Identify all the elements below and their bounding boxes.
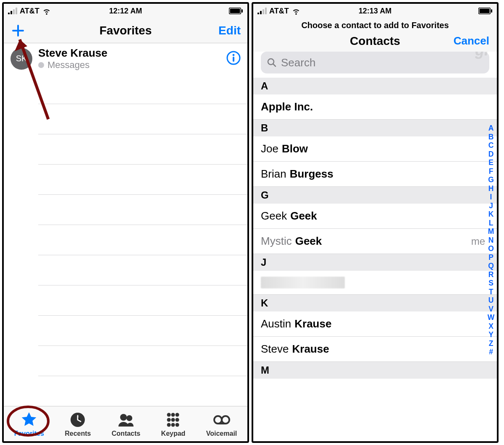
contact-row-redacted[interactable]: [253, 271, 497, 295]
cancel-button[interactable]: Cancel: [454, 34, 489, 47]
favorites-list: SK Steve Krause Messages: [4, 43, 247, 406]
contact-row[interactable]: MysticGeekme: [253, 229, 497, 254]
battery-icon: [229, 8, 243, 14]
tab-bar: Favorites Recents Contacts: [4, 406, 247, 441]
info-button[interactable]: [226, 51, 241, 67]
keypad-icon: [164, 411, 182, 429]
svg-point-4: [233, 54, 235, 56]
index-letter[interactable]: H: [488, 184, 494, 193]
contacts-icon: [117, 411, 135, 429]
me-label: me: [471, 236, 485, 247]
svg-point-9: [167, 413, 171, 416]
favorite-row[interactable]: SK Steve Krause Messages: [4, 43, 247, 74]
svg-point-7: [120, 414, 127, 421]
status-bar: AT&T 12:12 AM: [4, 4, 247, 18]
index-letter[interactable]: K: [488, 210, 494, 219]
section-header-k: K: [253, 295, 497, 312]
contact-row[interactable]: BrianBurgess: [253, 162, 497, 187]
tab-contacts[interactable]: Contacts: [112, 411, 140, 437]
index-letter[interactable]: N: [488, 236, 494, 245]
section-header-a: A: [253, 78, 497, 94]
signal-icon: [257, 8, 267, 14]
star-icon: [20, 411, 38, 429]
contact-row[interactable]: SteveKrause: [253, 337, 497, 362]
svg-rect-1: [230, 9, 240, 13]
redacted-name: [261, 277, 345, 288]
contacts-title: Contacts: [350, 34, 400, 48]
clock-label: 12:13 AM: [359, 7, 391, 16]
index-letter[interactable]: A: [488, 124, 494, 133]
alphabet-index[interactable]: ABCDEFGHIJKLMNOPQRSTUVWXYZ#: [486, 124, 496, 437]
index-letter[interactable]: L: [489, 219, 494, 228]
svg-point-15: [167, 423, 171, 427]
voicemail-icon: [213, 411, 231, 429]
avatar: SK: [10, 48, 32, 70]
index-letter[interactable]: I: [490, 193, 492, 202]
index-letter[interactable]: V: [488, 305, 494, 314]
index-letter[interactable]: J: [489, 202, 493, 210]
contact-row[interactable]: Apple Inc.: [253, 94, 497, 120]
section-header-g: G: [253, 187, 497, 204]
page-title: Favorites: [100, 24, 152, 37]
search-input[interactable]: Search: [261, 52, 489, 73]
carrier-label: AT&T: [269, 7, 289, 16]
search-icon: [267, 58, 277, 68]
contact-name: Steve Krause: [38, 47, 220, 60]
index-letter[interactable]: S: [488, 279, 494, 288]
index-letter[interactable]: Z: [489, 339, 494, 348]
tab-voicemail[interactable]: Voicemail: [206, 411, 237, 437]
phone-contacts-picker: AT&T 12:13 AM Choose a contact to add to…: [252, 2, 499, 443]
tab-recents[interactable]: Recents: [65, 411, 91, 437]
index-letter[interactable]: P: [488, 253, 494, 262]
svg-point-17: [176, 423, 179, 427]
section-header-b: B: [253, 120, 497, 136]
index-letter[interactable]: F: [489, 167, 494, 176]
wifi-icon: [291, 6, 301, 16]
svg-point-10: [171, 413, 175, 416]
contact-subtitle: Messages: [38, 60, 220, 71]
search-placeholder: Search: [281, 56, 315, 69]
phone-favorites: AT&T 12:12 AM Favorites Edit SK St: [2, 2, 249, 443]
index-letter[interactable]: E: [488, 158, 494, 167]
tab-keypad[interactable]: Keypad: [161, 411, 186, 437]
svg-point-8: [126, 415, 132, 421]
index-letter[interactable]: G: [488, 175, 494, 184]
index-letter[interactable]: W: [488, 313, 495, 322]
index-letter[interactable]: O: [488, 244, 494, 253]
svg-rect-5: [233, 57, 234, 62]
clock-icon: [68, 411, 87, 429]
svg-point-13: [171, 418, 175, 421]
edit-button[interactable]: Edit: [218, 24, 241, 37]
index-letter[interactable]: R: [488, 270, 494, 279]
svg-point-12: [167, 418, 171, 421]
bullet-icon: [38, 62, 44, 68]
clock-label: 12:12 AM: [109, 7, 142, 16]
section-header-j: J: [253, 254, 497, 271]
navbar: Favorites Edit: [4, 18, 247, 43]
index-letter[interactable]: X: [488, 322, 494, 331]
index-letter[interactable]: B: [488, 133, 494, 141]
empty-rows: [4, 74, 247, 376]
carrier-label: AT&T: [20, 7, 39, 16]
add-button[interactable]: [10, 23, 26, 38]
wifi-icon: [42, 6, 51, 16]
index-letter[interactable]: C: [488, 141, 494, 150]
status-bar: AT&T 12:13 AM: [253, 4, 497, 18]
svg-rect-2: [242, 9, 243, 13]
contact-row[interactable]: JoeBlow: [253, 136, 497, 162]
index-letter[interactable]: M: [488, 227, 494, 236]
picker-prompt: Choose a contact to add to Favorites: [253, 18, 497, 34]
index-letter[interactable]: Y: [488, 330, 494, 339]
svg-point-19: [222, 416, 229, 424]
index-letter[interactable]: T: [489, 288, 494, 296]
contacts-nav: Contacts Cancel: [253, 34, 497, 52]
index-letter[interactable]: D: [488, 150, 494, 159]
svg-point-14: [176, 418, 179, 421]
tab-favorites[interactable]: Favorites: [14, 411, 44, 437]
contact-row[interactable]: GeekGeek: [253, 204, 497, 229]
svg-point-11: [176, 413, 179, 416]
index-letter[interactable]: #: [489, 348, 493, 356]
index-letter[interactable]: U: [488, 296, 494, 305]
contact-row[interactable]: AustinKrause: [253, 312, 497, 337]
index-letter[interactable]: Q: [488, 262, 494, 270]
